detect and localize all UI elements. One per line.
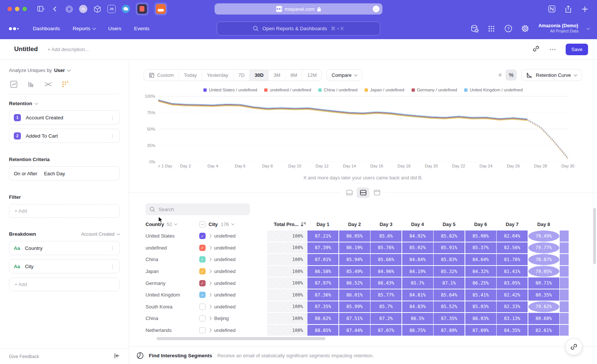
row-checkbox-unchecked[interactable] xyxy=(199,304,206,310)
retention-cell[interactable]: 85.64% xyxy=(434,289,465,301)
retention-cell[interactable]: 86.58% xyxy=(307,266,338,277)
retention-cell[interactable]: 81.76% xyxy=(497,254,528,265)
project-switcher[interactable]: Amazonia {Demo} All Project Data xyxy=(538,23,578,34)
retention-criteria-selector[interactable]: On or After Each Day xyxy=(9,166,120,181)
retention-cell[interactable]: 85.91% xyxy=(434,242,465,254)
row-checkbox-unchecked[interactable] xyxy=(199,315,206,321)
range-custom[interactable]: Custom xyxy=(144,70,179,81)
retention-cell[interactable]: 83.05% xyxy=(497,277,528,289)
retention-cell[interactable]: 85.83% xyxy=(434,254,465,265)
criteria-mode[interactable]: On or After xyxy=(14,171,37,176)
retention-cell[interactable]: 82.33% xyxy=(497,301,528,313)
legend-item[interactable]: United States / undefined xyxy=(203,88,257,92)
table-row[interactable]: Netherlandsundefined100%88.85%87.44%87.0… xyxy=(129,325,597,336)
retention-cell[interactable]: 88.62% xyxy=(307,313,338,324)
retention-cell[interactable]: 87.01% xyxy=(307,254,338,265)
tab-retention[interactable] xyxy=(60,79,70,89)
table-row[interactable]: China✓undefined100%87.01%85.94%85.66%84.… xyxy=(129,254,597,265)
retention-cell[interactable]: 85.77% xyxy=(371,289,401,301)
day-column-header[interactable]: Day 6 xyxy=(465,222,496,227)
range-30d[interactable]: 30D xyxy=(250,70,269,81)
retention-cell[interactable]: 87.07% xyxy=(371,325,401,336)
retention-cell[interactable]: 85.82% xyxy=(434,230,465,242)
bird-app-icon[interactable] xyxy=(122,5,130,13)
retention-cell[interactable]: 86.03% xyxy=(465,313,496,324)
tab-insights[interactable] xyxy=(9,79,19,89)
row-checkbox-checked[interactable]: ✓ xyxy=(199,245,206,251)
day-column-header[interactable]: Day 2 xyxy=(339,222,370,227)
table-search-input[interactable] xyxy=(159,207,233,212)
retention-cell[interactable]: 86.52% xyxy=(339,277,370,289)
retention-cell[interactable]: 87.2% xyxy=(371,313,401,324)
range-3m[interactable]: 3M xyxy=(269,70,285,81)
expand-row-chevron-icon[interactable] xyxy=(208,317,212,320)
chart-type-selector[interactable]: Retention Curve xyxy=(521,69,582,81)
retention-cell[interactable]: 84.92% xyxy=(402,230,433,242)
retention-cell[interactable]: 85.32% xyxy=(434,266,465,277)
row-checkbox-unchecked[interactable] xyxy=(199,327,206,333)
expand-row-chevron-icon[interactable] xyxy=(208,270,212,273)
retention-cell[interactable]: 85.37% xyxy=(465,242,496,254)
chevron-down-icon[interactable] xyxy=(231,222,234,225)
retention-cell[interactable]: 87.51% xyxy=(339,313,370,324)
day-column-header[interactable]: Day 7 xyxy=(497,222,528,227)
retention-cell[interactable]: 87.69% xyxy=(465,325,496,336)
breakdown-country[interactable]: Aa Country ⋮ xyxy=(9,241,120,255)
new-tab-icon[interactable] xyxy=(581,5,589,13)
retention-cell[interactable]: 85.7% xyxy=(371,301,401,313)
kebab-menu-icon[interactable]: ⋮ xyxy=(110,133,115,139)
retention-cell[interactable]: 85.76% xyxy=(371,242,401,254)
retention-cell[interactable]: 78.87% xyxy=(528,254,559,265)
retention-cell[interactable]: 87.21% xyxy=(307,230,338,242)
retention-cell[interactable]: 86.19% xyxy=(339,242,370,254)
sidebar-toggle-icon[interactable] xyxy=(37,5,45,13)
range-12m[interactable]: 12M xyxy=(302,70,321,81)
kebab-menu-icon[interactable]: ⋮ xyxy=(110,264,115,269)
copy-link-icon[interactable] xyxy=(532,45,540,54)
tab-bar-chart[interactable] xyxy=(26,79,36,89)
row-checkbox-checked[interactable]: ✓ xyxy=(199,268,206,274)
table-row[interactable]: South Koreaundefined100%87.35%85.99%85.7… xyxy=(129,301,597,313)
retention-cell[interactable]: 85.02% xyxy=(402,242,433,254)
global-search-button[interactable]: Open Reports & Dashboards ⌘ + K xyxy=(217,22,380,35)
retention-cell[interactable]: 83.13% xyxy=(497,313,528,324)
retention-cell[interactable]: 85.49% xyxy=(339,266,370,277)
legend-item[interactable]: China / undefined xyxy=(318,88,357,92)
retention-cell[interactable]: 85.52% xyxy=(434,301,465,313)
breakdown-event-selector[interactable]: Account Created xyxy=(81,232,120,237)
more-options-button[interactable]: ⋯ xyxy=(549,46,556,53)
expand-row-chevron-icon[interactable] xyxy=(208,258,212,261)
day-column-header[interactable]: Day 1 xyxy=(307,222,338,227)
range-today[interactable]: Today xyxy=(179,70,202,81)
retention-cell[interactable]: 82.42% xyxy=(497,289,528,301)
table-only-view-button[interactable] xyxy=(371,187,383,198)
analyze-entity-selector[interactable]: User xyxy=(54,68,70,73)
table-row[interactable]: United States✓undefined100%87.21%86.05%8… xyxy=(129,230,597,242)
day-column-header[interactable]: Day 8 xyxy=(528,222,559,227)
expand-row-chevron-icon[interactable] xyxy=(208,305,212,308)
retention-cell[interactable]: 86.25% xyxy=(465,277,496,289)
tab-flows[interactable] xyxy=(43,79,53,89)
retention-cell[interactable]: 81.41% xyxy=(497,266,528,277)
retention-cell[interactable]: 79.77% xyxy=(528,242,559,254)
retention-cell[interactable]: 85.08% xyxy=(465,230,496,242)
select-all-checkbox[interactable]: – xyxy=(199,221,206,228)
retention-cell[interactable]: 85.7% xyxy=(402,277,433,289)
report-title[interactable]: Untitled xyxy=(14,46,38,53)
row-checkbox-checked[interactable]: ✓ xyxy=(199,292,206,298)
legend-item[interactable]: undefined / undefined xyxy=(264,88,311,92)
expand-row-chevron-icon[interactable] xyxy=(208,329,212,332)
table-search[interactable] xyxy=(146,203,250,215)
zoom-window-button[interactable] xyxy=(22,7,27,11)
row-checkbox-checked[interactable]: ✓ xyxy=(199,280,206,286)
address-bar[interactable]: mixpanel.com ⋯ xyxy=(215,3,382,15)
share-link-fab[interactable] xyxy=(566,339,582,355)
minimize-window-button[interactable] xyxy=(15,7,19,11)
target-app-icon[interactable] xyxy=(65,5,73,13)
day-column-header[interactable]: Day 3 xyxy=(371,222,401,227)
retention-cell[interactable]: 84.19% xyxy=(402,266,433,277)
retention-cell[interactable]: 85.99% xyxy=(339,301,370,313)
retention-step-2[interactable]: 2 Added To Cart ⋮ xyxy=(9,129,120,143)
retention-cell[interactable]: 84.83% xyxy=(402,301,433,313)
retention-cell[interactable]: 84.35% xyxy=(497,325,528,336)
